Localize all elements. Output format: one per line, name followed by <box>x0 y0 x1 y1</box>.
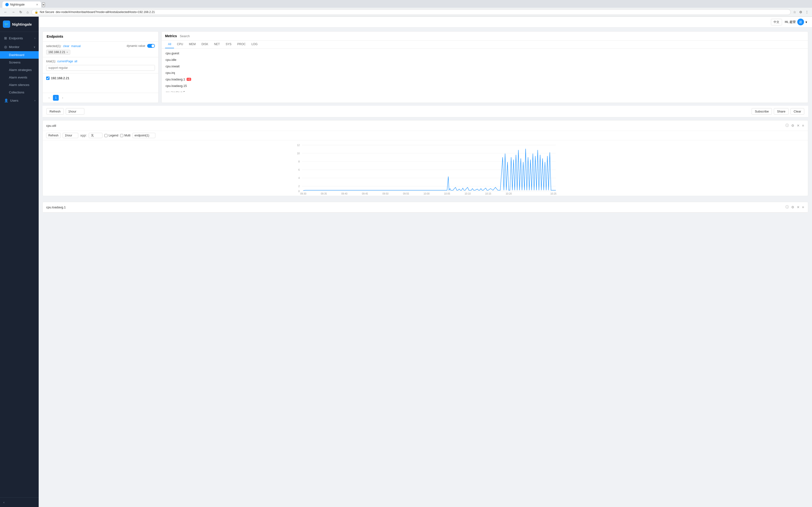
endpoint-checkbox[interactable] <box>46 76 50 80</box>
sidebar-item-users[interactable]: 👤 Users › <box>0 96 39 105</box>
metric-item-cpu-idle[interactable]: cpu.idle <box>162 56 808 63</box>
metrics-tab-disk[interactable]: DISK <box>199 41 211 48</box>
extensions-button[interactable]: ⚙ <box>798 9 803 15</box>
sidebar: 🐦 Nightingale ⊞ Endpoints › ◎ Monitor ∨ … <box>0 17 39 507</box>
chart2-info-button[interactable]: ⓘ <box>785 205 789 210</box>
sidebar-item-monitor[interactable]: ◎ Monitor ∨ <box>0 43 39 51</box>
metrics-tab-net[interactable]: NET <box>211 41 223 48</box>
active-tab[interactable]: Nightingale ✕ <box>2 1 41 8</box>
prev-page-button[interactable]: ‹ <box>46 95 52 101</box>
metrics-tab-all[interactable]: All <box>165 41 174 48</box>
svg-text:09:55: 09:55 <box>403 192 409 195</box>
chart2-close-button[interactable]: ✕ <box>796 205 800 210</box>
svg-text:2: 2 <box>298 185 300 187</box>
metrics-tab-log[interactable]: LOG <box>248 41 260 48</box>
metrics-tab-mem[interactable]: MEM <box>186 41 199 48</box>
user-greeting: Hi, 超管 <box>785 20 796 24</box>
dashboard-content: Endpoints selected(1): clear manual <box>39 27 812 507</box>
reload-button[interactable]: ↻ <box>18 9 24 15</box>
sidebar-item-collections[interactable]: Collections <box>0 89 39 96</box>
chart2-settings-button[interactable]: ⚙ <box>791 205 795 210</box>
user-info[interactable]: Hi, 超管 超 ▾ <box>785 18 807 25</box>
metric-item-cpu-iowait[interactable]: cpu.iowait <box>162 63 808 69</box>
sidebar-nav: ⊞ Endpoints › ◎ Monitor ∨ Dashboard Scre… <box>0 32 39 497</box>
home-button[interactable]: ⌂ <box>25 9 30 15</box>
chart-time-range-wrapper: 1hour 3hour 6hour <box>63 133 78 138</box>
sidebar-collapse-button[interactable]: ‹ <box>0 497 39 507</box>
metric-badge: +1 <box>187 78 191 81</box>
chart-title-loadavg1: cpu.loadavg.1 <box>46 206 785 209</box>
close-tab-button[interactable]: ✕ <box>36 3 38 6</box>
chevron-down-icon: ∨ <box>34 46 35 48</box>
endpoints-title: Endpoints <box>47 35 63 38</box>
sidebar-item-alarm-silences[interactable]: Alarm silences <box>0 81 39 89</box>
main-refresh-button[interactable]: Refresh <box>46 108 64 115</box>
browser-actions: ☆ ⚙ ⋮ <box>792 9 810 15</box>
svg-text:4: 4 <box>298 177 300 179</box>
time-range-select[interactable]: 1hour 3hour 6hour 12hour 24hour <box>66 108 84 115</box>
chart-controls-cpu-util: Refresh 1hour 3hour 6hour aggr: 无 avg <box>43 131 808 140</box>
chart-close-button[interactable]: ✕ <box>796 123 800 128</box>
sidebar-item-endpoints[interactable]: ⊞ Endpoints › <box>0 34 39 43</box>
header-actions: 中文 Hi, 超管 超 ▾ <box>771 18 807 25</box>
chart-info-button[interactable]: ⓘ <box>785 123 789 128</box>
sidebar-item-dashboard[interactable]: Dashboard <box>0 51 39 59</box>
sidebar-item-alarm-strategies[interactable]: Alarm strategies <box>0 66 39 74</box>
aggr-select[interactable]: 无 avg sum <box>89 133 102 138</box>
sidebar-logo: 🐦 Nightingale <box>0 17 39 32</box>
url-text: dev-node/#/monitor/dashboard?mode=allHos… <box>56 10 155 14</box>
user-avatar: 超 <box>797 18 804 25</box>
multi-label: Multi <box>124 134 130 137</box>
svg-text:12: 12 <box>297 144 300 147</box>
language-button[interactable]: 中文 <box>771 19 782 25</box>
back-button[interactable]: ← <box>2 9 9 15</box>
metrics-tab-cpu[interactable]: CPU <box>174 41 186 48</box>
legend-checkbox[interactable] <box>104 134 108 137</box>
tag-remove-icon[interactable]: ✕ <box>66 51 68 54</box>
metrics-panel: Metrics All CPU MEM DISK NET SYS PROC LO… <box>161 32 808 103</box>
metrics-tab-sys[interactable]: SYS <box>223 41 235 48</box>
metric-item-cpu-guest[interactable]: cpu.guest <box>162 50 808 56</box>
legend-checkbox-label[interactable]: Legend <box>104 134 118 137</box>
toggle-switch[interactable] <box>147 44 155 48</box>
page-1-button[interactable]: 1 <box>53 95 59 101</box>
current-page-link[interactable]: currentPage <box>57 60 73 63</box>
new-tab-button[interactable]: + <box>42 2 45 7</box>
chart-refresh-button[interactable]: Refresh <box>46 133 61 138</box>
metric-item-cpu-irq[interactable]: cpu.irq <box>162 69 808 76</box>
metric-item-cpu-loadavg1[interactable]: cpu.loadavg.1 +1 <box>162 76 808 82</box>
metrics-panel-header: Metrics <box>162 32 808 41</box>
multi-checkbox[interactable] <box>120 134 123 137</box>
svg-text:09:30: 09:30 <box>300 192 306 195</box>
menu-button[interactable]: ⋮ <box>804 9 810 15</box>
forward-button[interactable]: → <box>10 9 16 15</box>
sidebar-item-alarm-events[interactable]: Alarm events <box>0 74 39 81</box>
users-icon: 👤 <box>4 99 8 102</box>
sidebar-item-screens[interactable]: Screens <box>0 59 39 66</box>
svg-text:10:25: 10:25 <box>550 192 556 195</box>
clear-button[interactable]: Clear <box>791 108 804 115</box>
chart-settings-button[interactable]: ⚙ <box>791 123 795 128</box>
chart-time-range-select[interactable]: 1hour 3hour 6hour <box>63 133 78 138</box>
multi-checkbox-label[interactable]: Multi <box>120 134 130 137</box>
chart-menu-button[interactable]: ≡ <box>802 123 805 128</box>
subscribe-button[interactable]: Subscribe <box>752 108 772 115</box>
manual-link[interactable]: manual <box>71 44 81 48</box>
endpoint-search-input[interactable] <box>46 65 155 71</box>
metrics-search-input[interactable] <box>180 34 805 38</box>
security-icon: 🔒 <box>35 10 38 14</box>
share-button[interactable]: Share <box>774 108 789 115</box>
next-page-button[interactable]: › <box>60 95 65 101</box>
metrics-tab-proc[interactable]: PROC <box>235 41 249 48</box>
selected-info: selected(1): clear manual <box>46 44 81 48</box>
chart2-menu-button[interactable]: ≡ <box>802 205 805 210</box>
metric-item-cpu-loadavg15[interactable]: cpu.loadavg.15 <box>162 82 808 89</box>
endpoint-select[interactable]: endpoint(1) <box>133 133 155 138</box>
all-link[interactable]: all <box>74 60 77 63</box>
browser-chrome: Nightingale ✕ + ← → ↻ ⌂ 🔒 Not Secure dev… <box>0 0 812 17</box>
metric-item-cpu-loadavg5[interactable]: cpu.loadavg.5 <box>162 89 808 92</box>
address-bar[interactable]: 🔒 Not Secure dev-node/#/monitor/dashboar… <box>32 9 791 15</box>
bookmark-button[interactable]: ☆ <box>792 9 797 15</box>
endpoint-selector-wrapper: endpoint(1) <box>133 133 155 138</box>
clear-link[interactable]: clear <box>63 44 69 48</box>
